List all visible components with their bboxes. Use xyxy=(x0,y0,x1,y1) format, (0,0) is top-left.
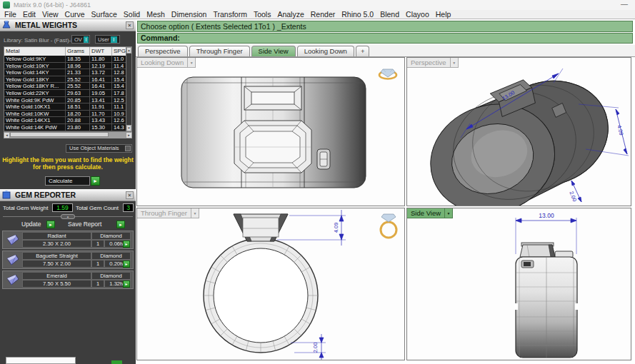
save-report-button[interactable]: Save Report xyxy=(68,221,101,228)
gem-icon xyxy=(4,252,22,268)
tab-add[interactable]: + xyxy=(356,46,370,56)
svg-text:4.09: 4.09 xyxy=(616,124,624,136)
menu-tools[interactable]: Tools xyxy=(254,10,271,19)
user-toggle-label: User xyxy=(98,36,109,43)
scrollbar-thumb[interactable] xyxy=(10,132,109,137)
menu-view[interactable]: View xyxy=(42,10,59,19)
gold-ring-side-icon xyxy=(381,214,396,238)
materials-dropdown-value: Use Object Materials xyxy=(69,145,119,151)
tab-looking-down[interactable]: Looking Down xyxy=(297,46,354,56)
viewport-tabstrip: Perspective Through Finger Side View Loo… xyxy=(136,45,635,57)
menu-surface[interactable]: Surface xyxy=(91,10,117,19)
table-row[interactable]: White Gold:14KX120.8813.4312.6 xyxy=(4,117,131,124)
ring-section-drawing: 4.09 2.00 xyxy=(137,208,404,360)
menu-solid[interactable]: Solid xyxy=(124,10,140,19)
app-window: Matrix 9.0 (64-bit) - J64861 — File Edit… xyxy=(0,0,635,364)
calculate-button[interactable]: Calculate xyxy=(45,176,90,186)
scroll-up-icon[interactable]: ▲ xyxy=(126,47,131,54)
metal-table-body: Yellow Gold:9KY18.3511.8011.0 Yellow Gol… xyxy=(4,56,131,131)
calculate-go-icon[interactable]: ► xyxy=(91,176,100,186)
viewport-label-perspective[interactable]: Perspective ▼ xyxy=(407,58,459,68)
metal-weights-title: METAL WEIGHTS xyxy=(15,21,77,29)
menu-file[interactable]: File xyxy=(4,10,16,19)
gem-reporter-title: GEM REPORTER xyxy=(15,191,76,199)
table-row[interactable]: Yellow Gold:18KY25.5216.4115.4 xyxy=(4,76,131,84)
command-input[interactable]: Command: xyxy=(137,33,633,44)
tab-through-finger[interactable]: Through Finger xyxy=(189,46,250,56)
menu-help[interactable]: Help xyxy=(436,10,451,19)
viewport-looking-down[interactable]: Looking Down ▼ xyxy=(136,57,405,206)
viewport-side-view[interactable]: Side View ▼ xyxy=(406,208,631,360)
horizontal-scrollbar[interactable]: ◄ ► xyxy=(4,132,132,138)
tab-side-view[interactable]: Side View xyxy=(251,46,296,56)
viewport-dropdown-icon[interactable]: ▼ xyxy=(191,208,199,218)
menu-render[interactable]: Render xyxy=(311,10,335,19)
bottom-green-partial xyxy=(111,360,122,364)
viewport-label-side-view[interactable]: Side View ▼ xyxy=(407,208,453,218)
gem-row-baguette[interactable]: Baguette Straight Diamond 7.50 X 2.00 1 … xyxy=(2,251,134,269)
ring-side-drawing: 13.00 xyxy=(407,208,631,360)
table-row[interactable]: Yellow Gold:18KY R...25.5216.4115.4 xyxy=(4,83,131,90)
main-area: Choose option ( Extents Selected 1To1 ) … xyxy=(136,19,635,364)
menu-clayoo[interactable]: Clayoo xyxy=(406,10,429,19)
scroll-right-icon[interactable]: ► xyxy=(126,132,132,138)
table-row[interactable]: White Gold:10KW18.2011.7010.9 xyxy=(4,111,131,118)
update-go-icon[interactable]: ► xyxy=(46,221,55,228)
viewport-label-through-finger[interactable]: Through Finger ▼ xyxy=(137,208,199,218)
svg-text:13.00: 13.00 xyxy=(539,212,554,219)
user-toggle[interactable]: User I xyxy=(95,35,120,44)
metal-weights-close-icon[interactable]: ✕ xyxy=(126,21,134,29)
table-row[interactable]: White Gold:9K PdW20.8513.4112.5 xyxy=(4,97,131,104)
viewport-dropdown-icon[interactable]: ▼ xyxy=(445,208,453,218)
ov-toggle[interactable]: OV I xyxy=(71,35,90,44)
menu-bar: File Edit View Curve Surface Solid Mesh … xyxy=(0,10,635,19)
update-button[interactable]: Update xyxy=(21,221,41,228)
table-row[interactable]: White Gold:14K PdW23.8015.3014.3 xyxy=(4,124,131,131)
scroll-down-icon[interactable]: ▼ xyxy=(126,125,131,131)
vertical-scrollbar[interactable]: ▲ ▼ xyxy=(126,47,131,131)
menu-rhino[interactable]: Rhino 5.0 xyxy=(341,10,374,19)
viewport-perspective[interactable]: Perspective ▼ xyxy=(406,57,631,206)
gem-row-emerald[interactable]: Emerald Diamond 7.50 X 5.50 1 1.32tw ► xyxy=(2,271,134,289)
gem-row-radiant[interactable]: Radiant Diamond 2.30 X 2.00 1 0.06tw ► xyxy=(2,231,134,249)
bottom-dropdown-partial[interactable] xyxy=(6,357,76,364)
gem-count: 1 xyxy=(91,260,104,268)
tab-perspective[interactable]: Perspective xyxy=(138,46,188,56)
total-gem-count-value: 3 xyxy=(123,203,134,212)
gold-ring-icon xyxy=(379,69,396,79)
gem-count: 1 xyxy=(91,280,104,288)
svg-text:4.09: 4.09 xyxy=(333,223,339,233)
table-row[interactable]: Yellow Gold:10KY18.9612.1911.4 xyxy=(4,63,131,70)
table-row[interactable]: Yellow Gold:22KY29.6319.0517.8 xyxy=(4,90,131,97)
gem-go-icon[interactable]: ► xyxy=(123,280,130,288)
table-row[interactable]: Yellow Gold:14KY21.3313.7212.8 xyxy=(4,69,131,76)
menu-curve[interactable]: Curve xyxy=(65,10,85,19)
viewport-label-text: Perspective xyxy=(407,58,451,68)
viewport-label-text: Looking Down xyxy=(137,58,188,68)
scroll-left-icon[interactable]: ◄ xyxy=(4,132,10,138)
viewport-through-finger[interactable]: Through Finger ▼ xyxy=(136,208,405,360)
gem-go-icon[interactable]: ► xyxy=(123,261,130,268)
save-report-go-icon[interactable]: ► xyxy=(116,221,125,228)
viewport-label-looking-down[interactable]: Looking Down ▼ xyxy=(137,58,196,68)
menu-analyze[interactable]: Analyze xyxy=(277,10,304,19)
command-label: Command: xyxy=(141,34,180,42)
menu-edit[interactable]: Edit xyxy=(23,10,36,19)
svg-text:2.00: 2.00 xyxy=(312,343,319,353)
materials-dropdown[interactable]: Use Object Materials xyxy=(66,144,132,153)
gem-go-icon[interactable]: ► xyxy=(123,241,130,248)
viewport-dropdown-icon[interactable]: ▼ xyxy=(188,58,196,68)
menu-transform[interactable]: Transform xyxy=(213,10,246,19)
metal-weights-header: METAL WEIGHTS ✕ xyxy=(0,19,136,31)
menu-dimension[interactable]: Dimension xyxy=(171,10,207,19)
viewport-dropdown-icon[interactable]: ▼ xyxy=(451,58,459,68)
menu-mesh[interactable]: Mesh xyxy=(146,10,165,19)
table-row[interactable]: White Gold:10KX118.5111.9111.1 xyxy=(4,103,131,111)
minimize-button[interactable]: — xyxy=(621,0,628,8)
ring-top-view-drawing xyxy=(137,58,404,206)
collapse-handle[interactable]: ▲ xyxy=(61,214,75,219)
gem-reporter-close-icon[interactable]: ✕ xyxy=(126,191,134,199)
table-row[interactable]: Yellow Gold:9KY18.3511.8011.0 xyxy=(4,56,131,63)
menu-blend[interactable]: Blend xyxy=(380,10,399,19)
col-metal: Metal xyxy=(4,47,66,56)
